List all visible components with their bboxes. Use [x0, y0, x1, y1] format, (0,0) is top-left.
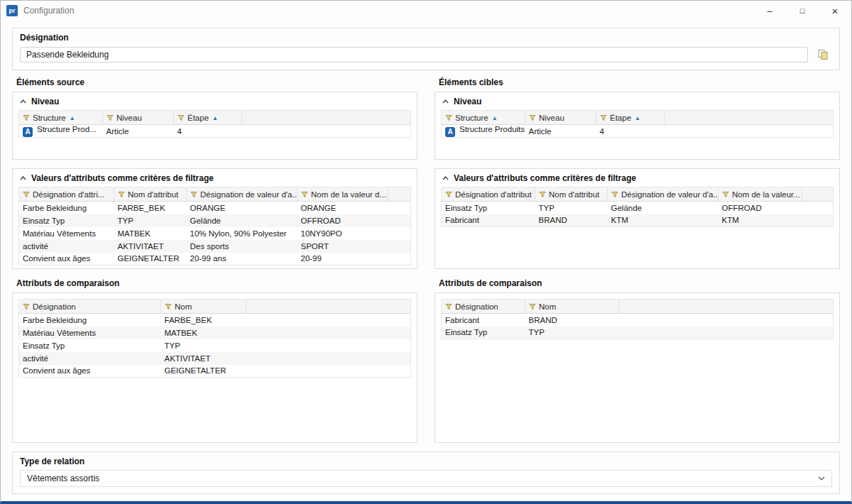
table-row[interactable]: FabricantBRAND: [442, 314, 834, 327]
table-cell: 10NY90PO: [297, 227, 388, 240]
column-header[interactable]: Nom d'attribut: [114, 187, 187, 202]
table-row[interactable]: Farbe BekleidungFARBE_BEKORANGEORANGE: [19, 202, 411, 214]
table-cell: KTM: [608, 214, 719, 227]
column-header[interactable]: Structure▲: [442, 111, 525, 125]
column-header[interactable]: Nom: [161, 300, 246, 314]
column-header[interactable]: Désignation: [19, 300, 161, 314]
column-header-filler: [388, 187, 411, 202]
window-controls: – □ ×: [753, 1, 851, 21]
column-header[interactable]: Nom de la valeur...: [719, 187, 802, 202]
table-header-row: Structure▲NiveauÉtape▲: [19, 111, 411, 125]
table-cell: TYP: [161, 339, 246, 352]
target-filters-header[interactable]: Valeurs d'attributs comme critères de fi…: [441, 170, 834, 187]
table-row[interactable]: Convient aux âgesGEIGNETALTER: [19, 365, 411, 378]
minimize-button[interactable]: –: [753, 1, 786, 21]
window-title: Configuration: [23, 6, 74, 16]
structure-cell: AStructure Prod...: [19, 125, 103, 138]
chevron-up-icon: [442, 176, 449, 180]
table-cell: ORANGE: [297, 202, 388, 214]
source-niveau-header[interactable]: Niveau: [18, 93, 411, 110]
column-header[interactable]: Étape▲: [596, 111, 665, 125]
close-button[interactable]: ×: [819, 1, 851, 21]
table-cell: Gelände: [187, 214, 297, 227]
column-label: Désignation d'attri...: [33, 190, 104, 199]
filter-icon: [118, 191, 125, 198]
target-niveau-panel: Niveau Structure▲NiveauÉtape▲ AStructure…: [435, 92, 840, 160]
table-cell: Einsatz Typ: [442, 327, 525, 339]
column-label: Étape: [610, 114, 631, 122]
table-cell: BRAND: [525, 314, 619, 327]
section-title: Valeurs d'attributs comme critères de fi…: [31, 173, 214, 183]
table-row[interactable]: activitéAKTIVITAET: [19, 352, 411, 365]
chevron-up-icon: [442, 99, 449, 104]
column-header[interactable]: Désignation: [442, 300, 525, 314]
column-header[interactable]: Nom d'attribut: [535, 187, 608, 202]
chevron-down-icon: [818, 476, 825, 481]
table-row[interactable]: Einsatz TypTYPGeländeOFFROAD: [19, 214, 411, 227]
minimize-icon: –: [767, 6, 772, 16]
column-label: Nom d'attribut: [128, 190, 178, 199]
table-row[interactable]: Einsatz TypTYP: [442, 327, 834, 339]
column-header[interactable]: Désignation d'attribut: [442, 187, 535, 202]
table-header-row: Désignation d'attri...Nom d'attributDési…: [19, 187, 411, 202]
table-cell: TYP: [114, 214, 187, 227]
table-row[interactable]: activitéAKTIVITAETDes sportsSPORT: [19, 240, 411, 253]
column-header[interactable]: Désignation de valeur d'a...: [608, 187, 719, 202]
column-header[interactable]: Nom: [525, 300, 619, 314]
table-row[interactable]: Matériau VêtementsMATBEK10% Nylon, 90% P…: [19, 227, 411, 240]
target-niveau-header[interactable]: Niveau: [441, 93, 834, 110]
paste-icon: [817, 49, 829, 60]
table-row[interactable]: FabricantBRANDKTMKTM: [442, 214, 834, 227]
table-cell: OFFROAD: [297, 214, 388, 227]
source-filters-header[interactable]: Valeurs d'attributs comme critères de fi…: [18, 170, 411, 187]
table-row[interactable]: Einsatz TypTYPGeländeOFFROAD: [442, 202, 834, 214]
column-header[interactable]: Désignation de valeur d'a...: [187, 187, 297, 202]
relation-value: Vêtements assortis: [27, 473, 99, 483]
table-cell: Article: [103, 125, 174, 138]
source-filters-panel: Valeurs d'attributs comme critères de fi…: [12, 168, 417, 269]
column-header[interactable]: Niveau: [525, 111, 596, 125]
table-cell: [802, 202, 834, 214]
filter-icon: [445, 191, 452, 198]
column-header[interactable]: Étape▲: [174, 111, 242, 125]
table-cell: 10% Nylon, 90% Polyester: [187, 227, 297, 240]
table-cell: 20-99: [297, 253, 388, 265]
column-header[interactable]: Nom de la valeur d...: [297, 187, 388, 202]
column-label: Nom: [539, 302, 556, 311]
table-header-row: Désignation d'attributNom d'attributDési…: [442, 187, 834, 202]
titlebar[interactable]: pr Configuration – □ ×: [1, 1, 851, 21]
table-cell: [246, 327, 411, 339]
table-cell: GEIGNETALTER: [161, 365, 246, 378]
table-cell: FARBE_BEK: [161, 314, 246, 327]
relation-dropdown[interactable]: Vêtements assortis: [20, 470, 832, 487]
table-row[interactable]: AStructure Produits Article 4: [442, 125, 834, 138]
table-row[interactable]: Matériau VêtementsMATBEK: [19, 327, 411, 339]
filter-icon: [722, 191, 729, 198]
filter-icon: [23, 191, 30, 198]
designation-input[interactable]: [20, 47, 808, 62]
column-label: Désignation: [455, 302, 498, 311]
column-header[interactable]: Niveau: [103, 111, 174, 125]
table-row[interactable]: Einsatz TypTYP: [19, 339, 411, 352]
source-comparison-title: Attributs de comparaison: [16, 278, 417, 288]
table-row[interactable]: Convient aux âgesGEIGNETALTER20-99 ans20…: [19, 253, 411, 265]
filter-icon: [600, 114, 607, 121]
filter-icon: [165, 303, 172, 310]
paste-button[interactable]: [814, 46, 832, 63]
source-target-columns: Éléments source Niveau Structure▲NiveauÉ…: [12, 77, 840, 443]
maximize-button[interactable]: □: [786, 1, 819, 21]
column-label: Désignation d'attribut: [455, 190, 532, 199]
column-header[interactable]: Structure▲: [19, 111, 103, 125]
table-cell: SPORT: [297, 240, 388, 253]
table-row[interactable]: AStructure Prod... Article 4: [19, 125, 411, 138]
target-filters-table: Désignation d'attributNom d'attributDési…: [441, 187, 834, 227]
column-label: Structure: [455, 114, 488, 122]
column-header[interactable]: Désignation d'attri...: [19, 187, 114, 202]
dialog-content: Désignation Éléments source Niv: [1, 21, 851, 501]
table-cell: Farbe Bekleidung: [19, 202, 114, 214]
table-cell: activité: [19, 352, 161, 365]
table-row[interactable]: Farbe BekleidungFARBE_BEK: [19, 314, 411, 327]
table-cell: AKTIVITAET: [114, 240, 187, 253]
section-title: Niveau: [454, 97, 481, 106]
column-header-filler: [242, 111, 411, 125]
